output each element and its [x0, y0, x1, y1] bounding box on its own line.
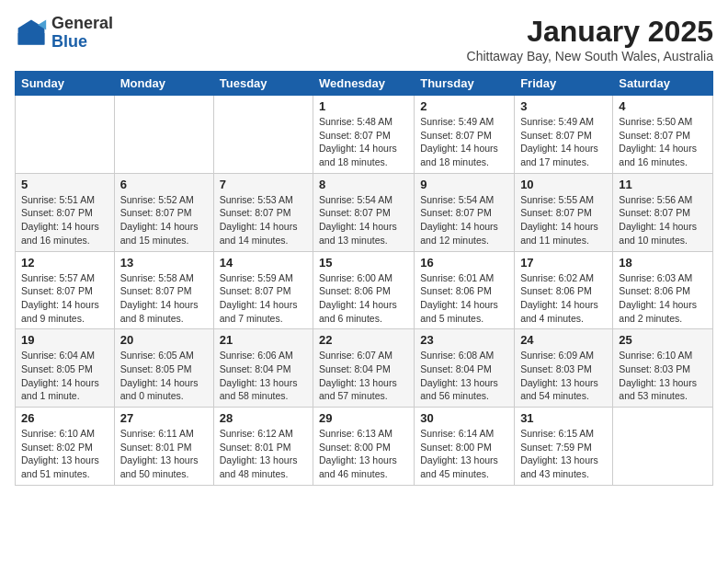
- calendar-cell: 18Sunrise: 6:03 AM Sunset: 8:06 PM Dayli…: [613, 251, 713, 329]
- day-info: Sunrise: 5:51 AM Sunset: 8:07 PM Dayligh…: [21, 193, 108, 247]
- calendar-cell: 25Sunrise: 6:10 AM Sunset: 8:03 PM Dayli…: [613, 329, 713, 408]
- weekday-header: Friday: [515, 72, 613, 96]
- day-info: Sunrise: 5:57 AM Sunset: 8:07 PM Dayligh…: [21, 271, 108, 326]
- calendar-cell: 1Sunrise: 5:48 AM Sunset: 8:07 PM Daylig…: [313, 96, 415, 174]
- calendar-week-row: 1Sunrise: 5:48 AM Sunset: 8:07 PM Daylig…: [16, 96, 713, 174]
- day-number: 3: [520, 99, 607, 113]
- calendar-cell: 5Sunrise: 5:51 AM Sunset: 8:07 PM Daylig…: [16, 173, 115, 251]
- day-info: Sunrise: 6:10 AM Sunset: 8:03 PM Dayligh…: [619, 349, 707, 403]
- day-info: Sunrise: 6:01 AM Sunset: 8:06 PM Dayligh…: [420, 271, 508, 326]
- calendar-cell: 7Sunrise: 5:53 AM Sunset: 8:07 PM Daylig…: [213, 173, 313, 251]
- day-info: Sunrise: 6:08 AM Sunset: 8:04 PM Dayligh…: [420, 349, 508, 403]
- day-info: Sunrise: 6:02 AM Sunset: 8:06 PM Dayligh…: [520, 271, 607, 326]
- calendar-cell: 15Sunrise: 6:00 AM Sunset: 8:06 PM Dayli…: [313, 251, 415, 329]
- calendar-cell: 23Sunrise: 6:08 AM Sunset: 8:04 PM Dayli…: [415, 329, 515, 408]
- day-info: Sunrise: 6:15 AM Sunset: 7:59 PM Dayligh…: [520, 427, 607, 481]
- weekday-header: Monday: [114, 72, 213, 96]
- title-area: January 2025 Chittaway Bay, New South Wa…: [467, 15, 713, 63]
- calendar-cell: 12Sunrise: 5:57 AM Sunset: 8:07 PM Dayli…: [16, 251, 115, 329]
- day-number: 4: [619, 99, 707, 113]
- weekday-header: Sunday: [16, 72, 115, 96]
- day-info: Sunrise: 5:48 AM Sunset: 8:07 PM Dayligh…: [319, 115, 408, 169]
- calendar-cell: 9Sunrise: 5:54 AM Sunset: 8:07 PM Daylig…: [415, 173, 515, 251]
- day-info: Sunrise: 5:49 AM Sunset: 8:07 PM Dayligh…: [420, 115, 508, 169]
- logo-text: General Blue: [51, 15, 113, 52]
- day-number: 28: [220, 411, 307, 425]
- calendar-cell: 21Sunrise: 6:06 AM Sunset: 8:04 PM Dayli…: [213, 329, 313, 408]
- day-info: Sunrise: 6:06 AM Sunset: 8:04 PM Dayligh…: [220, 349, 307, 403]
- calendar-cell: 13Sunrise: 5:58 AM Sunset: 8:07 PM Dayli…: [114, 251, 213, 329]
- day-number: 23: [420, 333, 508, 347]
- day-info: Sunrise: 6:13 AM Sunset: 8:00 PM Dayligh…: [319, 427, 408, 481]
- day-info: Sunrise: 5:52 AM Sunset: 8:07 PM Dayligh…: [120, 193, 208, 247]
- day-info: Sunrise: 5:59 AM Sunset: 8:07 PM Dayligh…: [220, 271, 307, 326]
- day-info: Sunrise: 6:10 AM Sunset: 8:02 PM Dayligh…: [21, 427, 108, 481]
- logo-general: General: [51, 15, 113, 33]
- calendar-cell: 22Sunrise: 6:07 AM Sunset: 8:04 PM Dayli…: [313, 329, 415, 408]
- weekday-header: Wednesday: [313, 72, 415, 96]
- calendar-cell: 29Sunrise: 6:13 AM Sunset: 8:00 PM Dayli…: [313, 408, 415, 486]
- day-number: 2: [420, 99, 508, 113]
- day-info: Sunrise: 6:07 AM Sunset: 8:04 PM Dayligh…: [319, 349, 408, 403]
- calendar-cell: 24Sunrise: 6:09 AM Sunset: 8:03 PM Dayli…: [515, 329, 613, 408]
- day-number: 24: [520, 333, 607, 347]
- day-number: 15: [319, 256, 408, 270]
- weekday-header: Tuesday: [213, 72, 313, 96]
- day-info: Sunrise: 5:54 AM Sunset: 8:07 PM Dayligh…: [420, 193, 508, 247]
- day-number: 7: [220, 178, 307, 191]
- day-number: 16: [420, 256, 508, 270]
- calendar-week-row: 26Sunrise: 6:10 AM Sunset: 8:02 PM Dayli…: [16, 408, 713, 486]
- day-info: Sunrise: 5:50 AM Sunset: 8:07 PM Dayligh…: [619, 115, 707, 169]
- calendar-cell: 28Sunrise: 6:12 AM Sunset: 8:01 PM Dayli…: [213, 408, 313, 486]
- day-number: 31: [520, 411, 607, 425]
- day-number: 9: [420, 178, 508, 191]
- day-info: Sunrise: 6:05 AM Sunset: 8:05 PM Dayligh…: [120, 349, 208, 403]
- day-number: 22: [319, 333, 408, 347]
- day-info: Sunrise: 6:00 AM Sunset: 8:06 PM Dayligh…: [319, 271, 408, 326]
- day-number: 20: [120, 333, 208, 347]
- day-number: 6: [120, 178, 208, 191]
- calendar-cell: 14Sunrise: 5:59 AM Sunset: 8:07 PM Dayli…: [213, 251, 313, 329]
- calendar-week-row: 5Sunrise: 5:51 AM Sunset: 8:07 PM Daylig…: [16, 173, 713, 251]
- calendar-cell: 10Sunrise: 5:55 AM Sunset: 8:07 PM Dayli…: [515, 173, 613, 251]
- day-info: Sunrise: 5:58 AM Sunset: 8:07 PM Dayligh…: [120, 271, 208, 326]
- calendar-cell: 3Sunrise: 5:49 AM Sunset: 8:07 PM Daylig…: [515, 96, 613, 174]
- location: Chittaway Bay, New South Wales, Australi…: [467, 49, 713, 63]
- logo-blue: Blue: [51, 33, 113, 52]
- day-info: Sunrise: 5:49 AM Sunset: 8:07 PM Dayligh…: [520, 115, 607, 169]
- calendar-cell: 19Sunrise: 6:04 AM Sunset: 8:05 PM Dayli…: [16, 329, 115, 408]
- page-header: General Blue January 2025 Chittaway Bay,…: [15, 15, 713, 63]
- calendar-cell: 30Sunrise: 6:14 AM Sunset: 8:00 PM Dayli…: [415, 408, 515, 486]
- day-number: 26: [21, 411, 108, 425]
- day-number: 12: [21, 256, 108, 270]
- day-number: 11: [619, 178, 707, 191]
- day-number: 30: [420, 411, 508, 425]
- day-number: 8: [319, 178, 408, 191]
- day-number: 5: [21, 178, 108, 191]
- day-info: Sunrise: 5:56 AM Sunset: 8:07 PM Dayligh…: [619, 193, 707, 247]
- calendar-cell: 26Sunrise: 6:10 AM Sunset: 8:02 PM Dayli…: [16, 408, 115, 486]
- day-info: Sunrise: 6:11 AM Sunset: 8:01 PM Dayligh…: [120, 427, 208, 481]
- calendar-cell: 2Sunrise: 5:49 AM Sunset: 8:07 PM Daylig…: [415, 96, 515, 174]
- calendar-cell: [114, 96, 213, 174]
- calendar-cell: 16Sunrise: 6:01 AM Sunset: 8:06 PM Dayli…: [415, 251, 515, 329]
- calendar-cell: 8Sunrise: 5:54 AM Sunset: 8:07 PM Daylig…: [313, 173, 415, 251]
- day-number: 17: [520, 256, 607, 270]
- day-number: 13: [120, 256, 208, 270]
- weekday-header: Thursday: [415, 72, 515, 96]
- day-number: 1: [319, 99, 408, 113]
- svg-rect-2: [18, 33, 45, 45]
- calendar-cell: [613, 408, 713, 486]
- calendar-cell: 4Sunrise: 5:50 AM Sunset: 8:07 PM Daylig…: [613, 96, 713, 174]
- day-number: 29: [319, 411, 408, 425]
- day-info: Sunrise: 6:14 AM Sunset: 8:00 PM Dayligh…: [420, 427, 508, 481]
- calendar-header-row: SundayMondayTuesdayWednesdayThursdayFrid…: [16, 72, 713, 96]
- logo: General Blue: [15, 15, 113, 52]
- day-number: 27: [120, 411, 208, 425]
- day-info: Sunrise: 6:04 AM Sunset: 8:05 PM Dayligh…: [21, 349, 108, 403]
- calendar-cell: 20Sunrise: 6:05 AM Sunset: 8:05 PM Dayli…: [114, 329, 213, 408]
- day-number: 10: [520, 178, 607, 191]
- day-info: Sunrise: 5:55 AM Sunset: 8:07 PM Dayligh…: [520, 193, 607, 247]
- day-info: Sunrise: 5:54 AM Sunset: 8:07 PM Dayligh…: [319, 193, 408, 247]
- calendar-cell: 31Sunrise: 6:15 AM Sunset: 7:59 PM Dayli…: [515, 408, 613, 486]
